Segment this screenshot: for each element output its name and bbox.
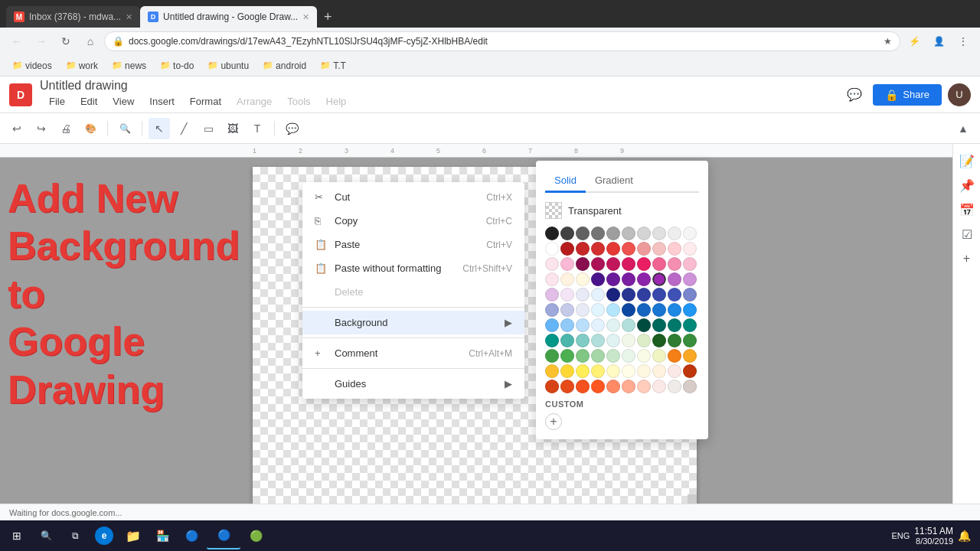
- color-swatch[interactable]: [576, 288, 590, 302]
- color-swatch[interactable]: [668, 257, 681, 271]
- bookmark-ubuntu[interactable]: 📁ubuntu: [201, 59, 255, 73]
- home-button[interactable]: ⌂: [80, 31, 101, 52]
- color-swatch[interactable]: [591, 242, 605, 256]
- bookmark-todo[interactable]: 📁to-do: [154, 59, 200, 73]
- color-swatch[interactable]: [560, 349, 574, 363]
- taskbar-folder[interactable]: 📁: [119, 522, 147, 549]
- color-swatch[interactable]: [683, 380, 697, 393]
- color-swatch[interactable]: [591, 272, 605, 286]
- color-swatch[interactable]: [560, 334, 574, 347]
- color-swatch[interactable]: [560, 288, 574, 302]
- taskbar-app2[interactable]: 🟢: [242, 522, 270, 549]
- menu-view[interactable]: View: [106, 93, 140, 110]
- tab-drawing-close[interactable]: ✕: [302, 12, 309, 22]
- color-swatch[interactable]: [560, 380, 574, 393]
- color-swatch[interactable]: [683, 257, 697, 271]
- color-swatch[interactable]: [652, 318, 666, 332]
- color-swatch[interactable]: [683, 318, 697, 332]
- menu-arrange[interactable]: Arrange: [230, 93, 278, 110]
- color-swatch[interactable]: [606, 288, 620, 302]
- color-swatch[interactable]: [545, 380, 559, 393]
- color-swatch[interactable]: [683, 242, 697, 256]
- bookmark-work[interactable]: 📁work: [60, 59, 104, 73]
- transparent-option[interactable]: Transparent: [545, 202, 699, 219]
- select-tool[interactable]: ↖: [149, 118, 170, 139]
- context-menu-cut[interactable]: ✂ Cut Ctrl+X: [302, 185, 524, 209]
- color-swatch[interactable]: [560, 364, 574, 378]
- comments-icon[interactable]: 💬: [842, 83, 867, 107]
- color-swatch[interactable]: [637, 318, 651, 332]
- color-swatch[interactable]: [545, 227, 559, 240]
- color-swatch[interactable]: [668, 227, 681, 240]
- color-swatch[interactable]: [622, 334, 635, 347]
- print-button[interactable]: 🖨: [55, 118, 77, 139]
- bookmark-android[interactable]: 📁android: [256, 59, 312, 73]
- custom-add-button[interactable]: +: [545, 413, 562, 430]
- color-swatch[interactable]: [637, 303, 651, 317]
- color-swatch[interactable]: [591, 349, 605, 363]
- color-swatch[interactable]: [560, 257, 574, 271]
- forward-button[interactable]: →: [31, 31, 52, 52]
- color-swatch[interactable]: [683, 334, 697, 347]
- color-swatch[interactable]: [576, 257, 590, 271]
- undo-button[interactable]: ↩: [6, 118, 28, 139]
- color-swatch[interactable]: [622, 318, 635, 332]
- color-swatch[interactable]: [637, 364, 651, 378]
- color-swatch[interactable]: [606, 318, 620, 332]
- bookmark-tt[interactable]: 📁T.T: [314, 59, 352, 73]
- sidebar-calendar-icon[interactable]: 📅: [956, 199, 978, 220]
- color-swatch[interactable]: [560, 303, 574, 317]
- taskbar-chrome-active[interactable]: 🔵: [207, 522, 240, 549]
- color-swatch[interactable]: [637, 334, 651, 347]
- color-swatch[interactable]: [545, 257, 559, 271]
- color-swatch[interactable]: [622, 242, 635, 256]
- tab-gmail[interactable]: M Inbox (3768) - mdwa... ✕: [6, 6, 140, 28]
- color-swatch[interactable]: [591, 257, 605, 271]
- color-swatch[interactable]: [560, 242, 574, 256]
- color-swatch[interactable]: [652, 334, 666, 347]
- color-swatch[interactable]: [545, 334, 559, 347]
- color-swatch[interactable]: [545, 318, 559, 332]
- color-swatch[interactable]: [576, 334, 590, 347]
- color-swatch[interactable]: [668, 349, 681, 363]
- line-tool[interactable]: ╱: [173, 118, 194, 139]
- color-swatch[interactable]: [622, 257, 635, 271]
- extensions-button[interactable]: ⚡: [903, 31, 925, 52]
- color-swatch[interactable]: [622, 288, 635, 302]
- context-menu-background[interactable]: Background ▶: [302, 311, 524, 334]
- color-swatch[interactable]: [545, 364, 559, 378]
- color-tab-gradient[interactable]: Gradient: [586, 170, 642, 193]
- sidebar-plus-icon[interactable]: +: [956, 248, 978, 269]
- color-swatch[interactable]: [652, 349, 666, 363]
- color-swatch[interactable]: [652, 364, 666, 378]
- color-swatch[interactable]: [560, 272, 574, 286]
- color-tab-solid[interactable]: Solid: [545, 170, 586, 193]
- color-swatch[interactable]: [637, 227, 651, 240]
- color-swatch[interactable]: [668, 334, 681, 347]
- color-swatch[interactable]: [652, 380, 666, 393]
- context-menu-paste-no-format[interactable]: 📋 Paste without formatting Ctrl+Shift+V: [302, 256, 524, 280]
- color-swatch[interactable]: [668, 242, 681, 256]
- color-swatch[interactable]: [591, 288, 605, 302]
- color-swatch[interactable]: [606, 227, 620, 240]
- color-swatch[interactable]: [683, 227, 697, 240]
- taskbar-edge[interactable]: e: [90, 522, 118, 549]
- menu-edit[interactable]: Edit: [74, 93, 103, 110]
- canvas-resize-handle[interactable]: [688, 494, 697, 504]
- color-swatch[interactable]: [545, 242, 559, 256]
- bookmark-videos[interactable]: 📁videos: [6, 59, 58, 73]
- color-swatch[interactable]: [622, 303, 635, 317]
- collapse-toolbar-button[interactable]: ▲: [952, 118, 974, 139]
- color-swatch[interactable]: [622, 272, 635, 286]
- color-swatch[interactable]: [622, 227, 635, 240]
- color-swatch[interactable]: [668, 380, 681, 393]
- context-menu-paste[interactable]: 📋 Paste Ctrl+V: [302, 233, 524, 256]
- color-swatch[interactable]: [545, 349, 559, 363]
- color-swatch[interactable]: [652, 303, 666, 317]
- color-swatch[interactable]: [576, 380, 590, 393]
- color-swatch[interactable]: [606, 364, 620, 378]
- color-swatch[interactable]: [606, 257, 620, 271]
- context-menu-copy[interactable]: ⎘ Copy Ctrl+C: [302, 209, 524, 233]
- account-button[interactable]: 👤: [928, 31, 949, 52]
- color-swatch[interactable]: [606, 349, 620, 363]
